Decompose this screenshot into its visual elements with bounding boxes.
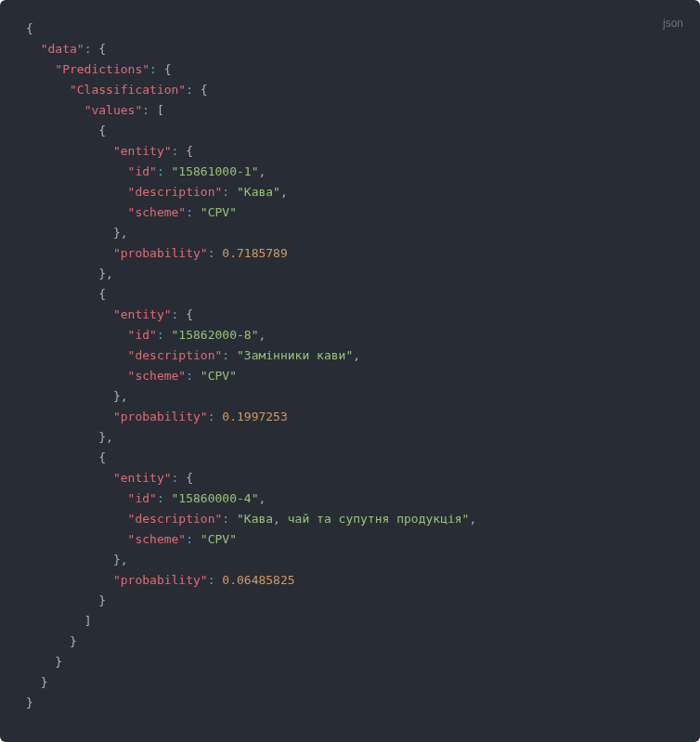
code-content: { "data": { "Predictions": { "Classifica… bbox=[26, 19, 674, 713]
language-label: json bbox=[663, 13, 683, 33]
code-block: json { "data": { "Predictions": { "Class… bbox=[0, 0, 700, 742]
